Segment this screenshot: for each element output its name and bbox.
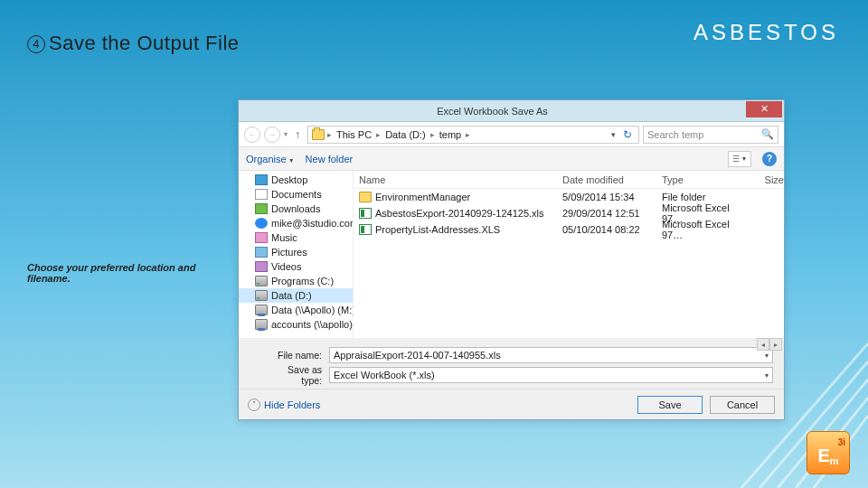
folder-icon xyxy=(359,192,372,202)
tree-item[interactable]: Videos xyxy=(239,259,353,274)
breadcrumb-dropdown-button[interactable]: ▾ xyxy=(609,130,618,139)
brand-logo: 3i Em xyxy=(807,431,850,474)
xls-icon xyxy=(359,224,372,235)
search-placeholder: Search temp xyxy=(647,129,703,140)
column-type[interactable]: Type xyxy=(662,174,748,185)
tree-item-label: Downloads xyxy=(271,203,320,214)
view-icon: ☰ xyxy=(732,155,740,164)
slide-title-text: Save the Output File xyxy=(49,32,240,54)
scrollbar-horizontal[interactable]: ◂ ▸ xyxy=(757,338,782,351)
refresh-button[interactable]: ↻ xyxy=(620,128,635,141)
nav-back-button[interactable]: ← xyxy=(244,127,260,143)
tree-item[interactable]: accounts (\\apollo) (V xyxy=(239,317,353,332)
chevron-right-icon: ▸ xyxy=(376,130,381,139)
file-name: AsbestosExport-20140929-124125.xls xyxy=(375,208,544,219)
netdrive-icon xyxy=(255,305,268,315)
drive-icon xyxy=(255,290,268,301)
docs-icon xyxy=(255,189,268,200)
tree-item[interactable]: Pictures xyxy=(239,245,353,259)
chevron-down-icon[interactable]: ▾ xyxy=(765,371,769,380)
music-icon xyxy=(255,232,268,243)
dl-icon xyxy=(255,203,268,214)
organise-menu[interactable]: Organise▼ xyxy=(246,154,295,164)
tree-item-label: Music xyxy=(271,232,297,243)
sky-icon xyxy=(255,218,268,229)
file-list: Name Date modified Type Size Environment… xyxy=(354,171,784,338)
scroll-left-button[interactable]: ◂ xyxy=(757,338,769,351)
filename-input[interactable]: AppraisalExport-2014-007-140955.xls ▾ xyxy=(329,347,773,363)
save-as-type-select[interactable]: Excel WorkBook (*.xls) ▾ xyxy=(329,367,773,383)
nav-up-button[interactable]: ↑ xyxy=(291,128,304,141)
scroll-right-button[interactable]: ▸ xyxy=(769,338,782,351)
file-row[interactable]: PropertyList-Addresses.XLS05/10/2014 08:… xyxy=(354,221,784,238)
file-date: 5/09/2014 15:34 xyxy=(562,192,662,202)
chevron-down-icon: ▼ xyxy=(288,157,295,164)
tree-item[interactable]: Data (D:) xyxy=(239,288,353,303)
breadcrumb[interactable]: ▸ This PC ▸ Data (D:) ▸ temp ▸ ▾ ↻ xyxy=(307,126,639,144)
search-icon: 🔍 xyxy=(761,128,774,140)
save-button[interactable]: Save xyxy=(637,396,703,414)
tree-item[interactable]: mike@3istudio.com (s xyxy=(239,216,353,230)
tree-item-label: Documents xyxy=(271,189,322,200)
netdrive-icon xyxy=(255,319,268,330)
drive-icon xyxy=(255,276,268,286)
tree-item[interactable]: Downloads xyxy=(239,202,353,216)
tree-item[interactable]: Data (\\Apollo) (M:) xyxy=(239,303,353,317)
tree-item[interactable]: Music xyxy=(239,230,353,245)
save-as-type-label: Save as type: xyxy=(266,364,322,386)
slide-heading: 4Save the Output File xyxy=(27,32,240,55)
toolbar: Organise▼ New folder ☰▼ ? xyxy=(239,147,784,171)
folder-tree[interactable]: DesktopDocumentsDownloadsmike@3istudio.c… xyxy=(239,171,354,338)
save-as-dialog: Excel Workbook Save As ✕ ← → ▾ ↑ ▸ This … xyxy=(238,99,785,420)
file-date: 05/10/2014 08:22 xyxy=(562,224,662,235)
tree-item[interactable]: Programs (C:) xyxy=(239,274,353,288)
dialog-title: Excel Workbook Save As xyxy=(239,106,746,117)
pics-icon xyxy=(255,247,268,258)
breadcrumb-segment[interactable]: temp xyxy=(438,129,463,140)
new-folder-button[interactable]: New folder xyxy=(306,154,354,164)
nav-bar: ← → ▾ ↑ ▸ This PC ▸ Data (D:) ▸ temp ▸ ▾… xyxy=(239,122,784,147)
tree-item-label: Programs (C:) xyxy=(271,276,334,286)
file-date: 29/09/2014 12:51 xyxy=(562,208,662,219)
nav-forward-button[interactable]: → xyxy=(264,127,280,143)
hide-folders-button[interactable]: ˄ Hide Folders xyxy=(248,399,320,411)
tree-item-label: mike@3istudio.com (s xyxy=(271,218,354,229)
slide-caption: Choose your preferred location and filen… xyxy=(27,262,208,284)
column-size[interactable]: Size xyxy=(748,174,784,185)
folder-icon xyxy=(312,129,325,140)
titlebar[interactable]: Excel Workbook Save As ✕ xyxy=(239,100,784,122)
tree-item[interactable]: Documents xyxy=(239,187,353,202)
breadcrumb-segment[interactable]: This PC xyxy=(335,129,373,140)
column-headers[interactable]: Name Date modified Type Size xyxy=(354,171,784,189)
column-name[interactable]: Name xyxy=(359,174,562,185)
vids-icon xyxy=(255,261,268,272)
column-date[interactable]: Date modified xyxy=(562,174,662,185)
help-button[interactable]: ? xyxy=(762,152,777,166)
tree-item-label: Videos xyxy=(271,261,301,272)
view-options-button[interactable]: ☰▼ xyxy=(728,151,751,167)
breadcrumb-segment[interactable]: Data (D:) xyxy=(383,129,428,140)
tree-item-label: Pictures xyxy=(271,247,307,258)
file-type: Microsoft Excel 97… xyxy=(662,219,748,240)
file-name: EnvironmentManager xyxy=(375,192,470,202)
file-name: PropertyList-Addresses.XLS xyxy=(375,224,500,235)
cancel-button[interactable]: Cancel xyxy=(710,396,775,414)
file-type: File folder xyxy=(662,192,748,202)
chevron-right-icon: ▸ xyxy=(430,130,435,139)
search-input[interactable]: Search temp 🔍 xyxy=(643,126,778,144)
filename-label: File name: xyxy=(266,350,322,361)
tree-item[interactable]: Desktop xyxy=(239,173,353,187)
xls-icon xyxy=(359,208,372,219)
tree-item-label: Data (\\Apollo) (M:) xyxy=(271,305,354,315)
chevron-right-icon: ▸ xyxy=(327,130,332,139)
desktop-icon xyxy=(255,174,268,185)
chevron-down-icon[interactable]: ▾ xyxy=(765,352,769,360)
dialog-footer: ˄ Hide Folders Save Cancel xyxy=(239,389,784,419)
tree-item-label: accounts (\\apollo) (V xyxy=(271,319,354,330)
brand-label: ASBESTOS xyxy=(693,20,839,45)
tree-item-label: Desktop xyxy=(271,174,307,185)
close-icon: ✕ xyxy=(760,103,769,115)
step-number-icon: 4 xyxy=(27,35,45,53)
recent-locations-button[interactable]: ▾ xyxy=(284,130,288,138)
close-button[interactable]: ✕ xyxy=(746,101,782,117)
